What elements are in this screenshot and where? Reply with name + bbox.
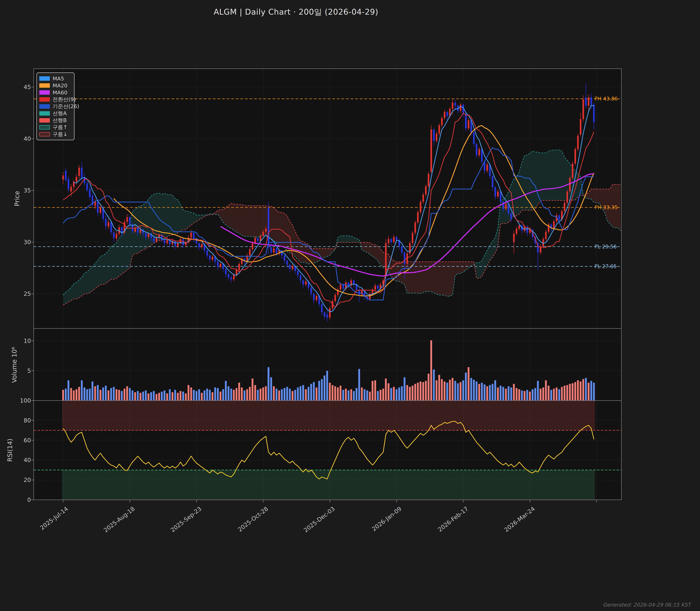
tenkan-swatch: [39, 97, 50, 102]
ma20-swatch: [39, 83, 50, 88]
legend-item-label: 기준선(26): [53, 103, 79, 110]
price-tick: 35: [5, 187, 31, 194]
rsi-tick: 40: [5, 457, 31, 463]
rsi-tick: 80: [5, 417, 31, 424]
legend-item-label: MA60: [53, 89, 67, 95]
legend-item: 선행A: [39, 110, 72, 117]
senkou-a-swatch: [39, 111, 50, 116]
legend-item-label: MA5: [53, 75, 64, 81]
legend-item: MA5: [39, 75, 72, 82]
legend-item-label: 전환선(9): [53, 96, 76, 103]
stock-chart-canvas: [0, 0, 700, 611]
cloud-down-swatch: [39, 132, 50, 136]
ma5-swatch: [39, 76, 50, 81]
kijun-swatch: [39, 104, 50, 109]
volume-axis-label: Volume 10⁶: [11, 347, 18, 383]
volume-tick: 5: [5, 367, 31, 374]
rsi-tick: 0: [5, 496, 31, 503]
price-tick: 40: [5, 135, 31, 142]
legend-item: 선행B: [39, 117, 72, 124]
generated-timestamp: Generated: 2026-04-29 06:15 KST: [603, 602, 691, 608]
legend-item-label: 구름↑: [53, 124, 68, 131]
pivot-low-label: PL 29.56: [595, 244, 617, 250]
volume-tick: 10: [5, 338, 31, 344]
price-tick: 30: [5, 239, 31, 245]
legend-item: 기준선(26): [39, 103, 72, 110]
pivot-high-label: PH 43.86: [595, 96, 618, 102]
legend-item-label: 선행A: [53, 110, 67, 117]
price-tick: 45: [5, 84, 31, 90]
legend-item-label: MA20: [53, 83, 67, 89]
rsi-tick: 100: [5, 397, 31, 404]
legend-item-label: 선행B: [53, 117, 67, 124]
senkou-b-swatch: [39, 118, 50, 122]
cloud-up-swatch: [39, 125, 50, 130]
pivot-high-label: PH 33.35: [595, 205, 618, 210]
rsi-tick: 20: [5, 477, 31, 483]
price-tick: 25: [5, 290, 31, 297]
legend-item: 전환선(9): [39, 96, 72, 103]
legend-item: 구름↓: [39, 131, 72, 138]
legend-item-label: 구름↓: [53, 131, 68, 138]
legend-item: MA60: [39, 89, 72, 96]
chart-legend: MA5 MA20 MA60 전환선(9) 기준선(26) 선행A 선행B 구름↑…: [37, 72, 74, 140]
legend-item: 구름↑: [39, 124, 72, 131]
chart-page: ALGM | Daily Chart · 200일 (2026-04-29) P…: [0, 0, 700, 611]
rsi-tick: 60: [5, 437, 31, 444]
legend-item: MA20: [39, 82, 72, 89]
pivot-low-label: PL 27.65: [595, 264, 617, 269]
ma60-swatch: [39, 90, 50, 95]
